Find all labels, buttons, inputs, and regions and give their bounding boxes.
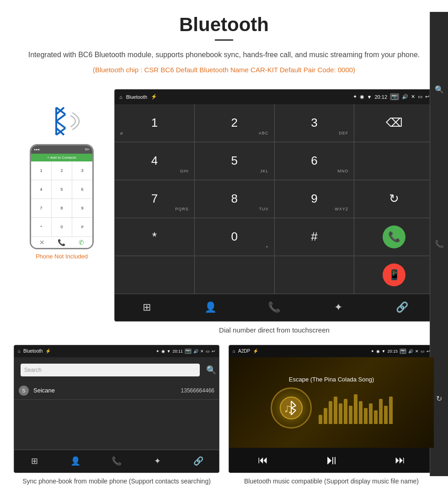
phone-bottom-bar: ✕ 📞 ✆ xyxy=(31,236,92,248)
usb-icon: ⚡ xyxy=(151,94,157,100)
phonebook-search-row: Search 🔍 xyxy=(14,357,219,382)
pb-nav-contacts[interactable]: 👤 xyxy=(55,450,96,472)
contact-list: S Seicane 13566664466 xyxy=(14,382,219,450)
pb-nav-bt[interactable]: ✦ xyxy=(137,450,178,472)
music-album-area: ♫ xyxy=(271,387,393,429)
prev-track-btn[interactable]: ⏮ xyxy=(258,454,268,466)
phone-add-contact: + Add to Contacts xyxy=(31,154,92,161)
dialpad-screen-wrapper: ⌂ Bluetooth ⚡ ✦ ◉ ▼ 20:12 📷 🔊 ✕ ▭ ↩ 1⌀2A xyxy=(114,89,434,340)
key-6[interactable]: 6MNO xyxy=(275,142,354,180)
contact-number: 13566664466 xyxy=(181,387,214,394)
search-bar[interactable]: Search xyxy=(21,364,200,376)
key-empty-4-1[interactable] xyxy=(195,256,274,294)
music-screen-title: A2DP xyxy=(238,349,250,354)
pb-usb-icon: ⚡ xyxy=(45,349,51,354)
next-track-btn[interactable]: ⏭ xyxy=(395,454,405,466)
nav-phone-icon[interactable]: 📞 xyxy=(242,294,306,321)
home-icon: ⌂ xyxy=(119,94,123,100)
pb-bottom-nav: ⊞ 👤 📞 ✦ 🔗 xyxy=(14,450,219,472)
bt-clean-icon xyxy=(43,103,80,140)
page-title: Bluetooth xyxy=(27,14,421,36)
music-controls: ⏮ ⏯ ⏭ xyxy=(229,448,434,472)
header-description: Integrated with BC6 Bluetooth module, su… xyxy=(27,49,421,61)
nav-bt-icon[interactable]: ✦ xyxy=(306,294,370,321)
song-title: Escape (The Pina Colada Song) xyxy=(289,376,374,383)
music-android-screen: ⌂ A2DP ⚡ ✦◉▼ 20:15 📷 🔊✕▭↩ Escape (The Pi… xyxy=(229,345,434,473)
bottom-screens-section: ⌂ Bluetooth ⚡ ✦ ◉ ▼ 20:11 📷 🔊✕▭↩ Search xyxy=(0,345,448,495)
key-_[interactable]: * xyxy=(115,218,194,256)
key-1[interactable]: 1⌀ xyxy=(115,104,194,142)
key-8[interactable]: 8TUV xyxy=(195,180,274,218)
key-7[interactable]: 7PQRS xyxy=(115,180,194,218)
key-0[interactable]: 0+ xyxy=(195,218,274,256)
android-status-bar: ⌂ Bluetooth ⚡ ✦ ◉ ▼ 20:12 📷 🔊 ✕ ▭ ↩ xyxy=(115,90,434,104)
play-pause-btn[interactable]: ⏯ xyxy=(325,452,338,467)
location-icon: ◉ xyxy=(360,94,364,100)
android-dialpad-screen: ⌂ Bluetooth ⚡ ✦ ◉ ▼ 20:12 📷 🔊 ✕ ▭ ↩ 1⌀2A xyxy=(114,89,434,322)
title-divider xyxy=(215,39,233,41)
music-usb-icon: ⚡ xyxy=(253,349,258,354)
caption-phonebook: Sync phone-book from mobile phone (Suppo… xyxy=(18,473,215,486)
page-header: Bluetooth Integrated with BC6 Bluetooth … xyxy=(0,0,448,85)
bluetooth-signal-area: ✦ ✉ xyxy=(43,103,80,140)
phone-not-included-label: Phone Not Included xyxy=(36,253,88,260)
pb-nav-phone[interactable]: 📞 xyxy=(96,450,137,472)
contact-letter: S xyxy=(19,386,29,396)
caption-dial: Dial number direct from touchscreen xyxy=(114,322,434,340)
phone-status-bar: ●●●M+ xyxy=(31,145,92,154)
key-2[interactable]: 2ABC xyxy=(195,104,274,142)
bottom-nav-bar: ⊞ 👤 📞 ✦ 🔗 xyxy=(115,294,434,321)
nav-contacts-icon[interactable]: 👤 xyxy=(179,294,243,321)
volume-icon: 🔊 xyxy=(402,94,408,100)
phonebook-android-screen: ⌂ Bluetooth ⚡ ✦ ◉ ▼ 20:11 📷 🔊✕▭↩ Search xyxy=(14,345,219,473)
key-_[interactable]: ↻ xyxy=(354,180,434,218)
close-icon: ✕ xyxy=(411,94,415,100)
back-icon: ↩ xyxy=(425,94,429,100)
screen-title: Bluetooth xyxy=(126,94,147,100)
header-specs: (Bluetooth chip : CSR BC6 Default Blueto… xyxy=(27,64,421,75)
pb-home-icon: ⌂ xyxy=(18,349,21,354)
search-placeholder: Search xyxy=(24,367,42,373)
phonebook-status-bar: ⌂ Bluetooth ⚡ ✦ ◉ ▼ 20:11 📷 🔊✕▭↩ xyxy=(14,345,219,357)
signal-icon: ▼ xyxy=(367,94,372,100)
search-icon[interactable]: 🔍 xyxy=(206,365,216,375)
key-call-green[interactable]: 📞 xyxy=(354,218,434,256)
key-empty-1-3[interactable] xyxy=(354,142,434,180)
pb-nav-apps[interactable]: ⊞ xyxy=(14,450,55,472)
bt-status-icon: ✦ xyxy=(353,94,357,100)
music-equalizer xyxy=(319,392,393,424)
music-bt-icon: ♫ xyxy=(280,397,303,419)
caption-music: Bluetooth music compatible (Support disp… xyxy=(240,473,423,486)
key-5[interactable]: 5JKL xyxy=(195,142,274,180)
key-_[interactable]: # xyxy=(275,218,354,256)
music-status-bar: ⌂ A2DP ⚡ ✦◉▼ 20:15 📷 🔊✕▭↩ xyxy=(229,345,434,357)
phonebook-screen-item: ⌂ Bluetooth ⚡ ✦ ◉ ▼ 20:11 📷 🔊✕▭↩ Search xyxy=(14,345,219,486)
nav-link-icon[interactable]: 🔗 xyxy=(370,294,434,321)
music-home-icon: ⌂ xyxy=(233,349,235,354)
key-9[interactable]: 9WXYZ xyxy=(275,180,354,218)
pb-time: 20:11 xyxy=(172,349,183,354)
call-red-inner[interactable]: 📱 xyxy=(383,263,405,286)
window-icon: ▭ xyxy=(418,94,422,100)
phone-dialpad: 123 456 789 *0# xyxy=(31,161,92,236)
key-3[interactable]: 3DEF xyxy=(275,104,354,142)
pb-nav-link[interactable]: 🔗 xyxy=(178,450,219,472)
key-empty-4-0[interactable] xyxy=(115,256,194,294)
music-content-area: Escape (The Pina Colada Song) ♫ xyxy=(229,357,434,448)
album-art: ♫ xyxy=(271,387,312,429)
time-display: 20:12 xyxy=(374,94,387,100)
key-empty-4-2[interactable] xyxy=(275,256,354,294)
phone-area: ✦ ✉ xyxy=(14,89,110,260)
music-screen-item: ⌂ A2DP ⚡ ✦◉▼ 20:15 📷 🔊✕▭↩ Escape (The Pi… xyxy=(229,345,434,486)
pb-screen-title: Bluetooth xyxy=(23,349,43,354)
nav-apps-icon[interactable]: ⊞ xyxy=(115,294,179,321)
music-time: 20:15 xyxy=(387,349,398,354)
call-green-inner[interactable]: 📞 xyxy=(383,225,405,248)
contact-row[interactable]: S Seicane 13566664466 xyxy=(14,382,219,400)
camera-icon: 📷 xyxy=(390,93,399,100)
key-_[interactable]: ⌫ xyxy=(354,104,434,142)
key-4[interactable]: 4GHI xyxy=(115,142,194,180)
phone-mockup: ●●●M+ + Add to Contacts 123 456 789 *0# … xyxy=(30,144,94,249)
key-call-red[interactable]: 📱 xyxy=(354,256,434,294)
contact-name: Seicane xyxy=(33,387,181,394)
